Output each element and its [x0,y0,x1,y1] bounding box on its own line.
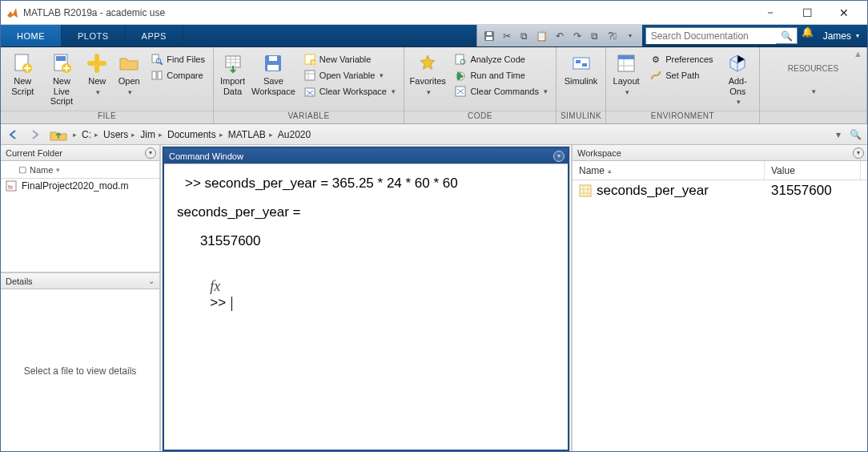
search-input[interactable] [646,28,776,44]
workspace-name-column[interactable]: Name ▴ [573,161,765,180]
open-button[interactable]: Open▾ [115,50,143,96]
resources-button[interactable]: RESOURCES ▾ [786,63,842,96]
simulink-button[interactable]: Simulink [561,50,601,87]
addons-button[interactable]: Add-Ons▾ [721,50,755,107]
breadcrumb-seg-3[interactable]: ▸Documents [159,129,216,140]
save-workspace-button[interactable]: Save Workspace [251,50,295,96]
favorites-button[interactable]: Favorites▾ [409,50,446,96]
new-script-icon [11,52,34,75]
user-dropdown-icon: ▾ [856,32,859,39]
current-folder-header[interactable]: Current Folder ▾ [1,145,159,161]
cut-icon[interactable]: ✂ [500,29,514,43]
copy-icon[interactable]: ⧉ [517,29,532,43]
chevron-down-icon[interactable]: ⌄ [148,276,155,285]
tab-plots-label: PLOTS [78,31,109,41]
panel-menu-icon[interactable]: ▾ [553,151,565,162]
svg-rect-15 [267,65,279,71]
svg-rect-1 [486,37,492,40]
ribbon-collapse-icon[interactable]: ▲ [854,49,862,59]
details-empty-message: Select a file to view details [24,365,137,377]
panel-menu-icon[interactable]: ▾ [853,147,864,159]
details-header[interactable]: Details ⌄ [1,273,159,289]
list-item[interactable]: fx FinalProject2020_mod.m [1,179,159,193]
clear-commands-icon [454,85,467,98]
breadcrumb-seg-2[interactable]: ▸Jim [131,129,155,140]
variable-icon [579,184,592,197]
panel-menu-icon[interactable]: ▾ [145,147,156,159]
tab-strip: HOME PLOTS APPS ✂ ⧉ 📋 ↶ ↷ ⧉ ?⃝ ▾ 🔍 🔔 Jam… [1,25,867,47]
variable-value: 31557600 [771,183,832,199]
address-dropdown-icon[interactable]: ▾ [832,129,845,140]
new-button[interactable]: New▾ [83,50,111,96]
analyze-code-button[interactable]: Analyze Code [451,52,551,67]
tab-plots[interactable]: PLOTS [62,25,126,46]
back-arrow-icon[interactable] [6,127,23,143]
details-panel: Details ⌄ Select a file to view details [1,273,159,452]
set-path-button[interactable]: Set Path [646,68,716,83]
new-variable-button[interactable]: New Variable [300,52,399,67]
compare-button[interactable]: Compare [147,68,208,83]
fx-icon[interactable]: fx [210,278,220,294]
import-data-button[interactable]: Import Data [219,50,247,96]
undo-icon[interactable]: ↶ [553,29,567,43]
paste-icon[interactable]: 📋 [535,29,549,43]
save-icon[interactable] [482,29,496,43]
tab-home[interactable]: HOME [1,25,62,46]
title-bar: MATLAB R2019a - academic use － ☐ ✕ [1,1,867,25]
group-variable: Import Data Save Workspace New Variable … [214,47,404,123]
clear-commands-button[interactable]: Clear Commands ▾ [451,84,551,99]
maximize-button[interactable]: ☐ [789,2,826,24]
find-files-button[interactable]: Find Files [147,52,208,67]
current-folder-title: Current Folder [6,148,62,158]
close-button[interactable]: ✕ [826,2,862,24]
chevron-down-icon: ▾ [812,87,816,95]
open-variable-button[interactable]: Open Variable ▾ [300,68,399,83]
preferences-button[interactable]: ⚙ Preferences [646,52,716,67]
svg-rect-29 [618,55,634,59]
breadcrumb-seg-0[interactable]: ▸C: [73,129,91,140]
layout-icon [615,52,637,75]
svg-rect-27 [582,63,587,67]
folder-name-column[interactable]: ▢ Name ▾ [1,161,159,179]
workspace-value-column[interactable]: Value [765,161,861,180]
redo-icon[interactable]: ↷ [570,29,585,43]
search-box[interactable]: 🔍 [645,27,798,44]
browse-folder-icon[interactable]: 🔍 [848,129,862,140]
new-live-script-button[interactable]: New Live Script [45,50,79,107]
group-variable-label: VARIABLE [214,111,404,123]
notification-bell-icon[interactable]: 🔔 [801,25,815,39]
workspace-value-col-label: Value [771,165,795,176]
chevron-down-icon: ▾ [96,88,100,96]
workspace-header[interactable]: Workspace ▾ [573,145,867,161]
command-window-body[interactable]: >> seconds_per_year = 365.25 * 24 * 60 *… [164,164,568,450]
user-menu[interactable]: James ▾ [815,25,867,46]
help-icon[interactable]: ?⃝ [605,29,620,43]
command-window-header[interactable]: Command Window ▾ [164,148,568,164]
run-and-time-label: Run and Time [470,71,524,80]
user-name: James [823,30,851,42]
table-row[interactable]: seconds_per_year 31557600 [573,180,867,201]
matlab-logo-icon [6,6,18,19]
search-icon[interactable]: 🔍 [776,30,798,42]
tab-apps[interactable]: APPS [126,25,183,46]
resources-label: RESOURCES [788,64,838,74]
layout-button[interactable]: Layout▾ [611,50,641,96]
minimize-button[interactable]: － [752,2,789,24]
run-and-time-button[interactable]: Run and Time [451,68,551,83]
quick-access-dropdown-icon[interactable]: ▾ [623,29,637,43]
breadcrumb-seg-5[interactable]: ▸Au2020 [269,129,311,140]
clear-workspace-button[interactable]: Clear Workspace ▾ [300,84,399,99]
svg-line-10 [160,63,163,65]
forward-arrow-icon[interactable] [26,127,44,143]
group-code: Favorites▾ Analyze Code Run and Time Cle… [404,47,557,123]
breadcrumb-seg-4[interactable]: ▸MATLAB [219,129,266,140]
save-workspace-icon [262,52,284,75]
breadcrumb-seg-1[interactable]: ▸Users [94,129,128,140]
up-folder-icon[interactable] [47,127,70,143]
save-workspace-label: Save Workspace [251,76,295,96]
preferences-label: Preferences [665,54,713,64]
switch-windows-icon[interactable]: ⧉ [588,29,602,43]
workspace-body: Name ▴ Value seconds_per_year 31557600 [573,161,867,452]
new-script-button[interactable]: New Script [6,50,40,96]
svg-rect-11 [152,71,156,79]
